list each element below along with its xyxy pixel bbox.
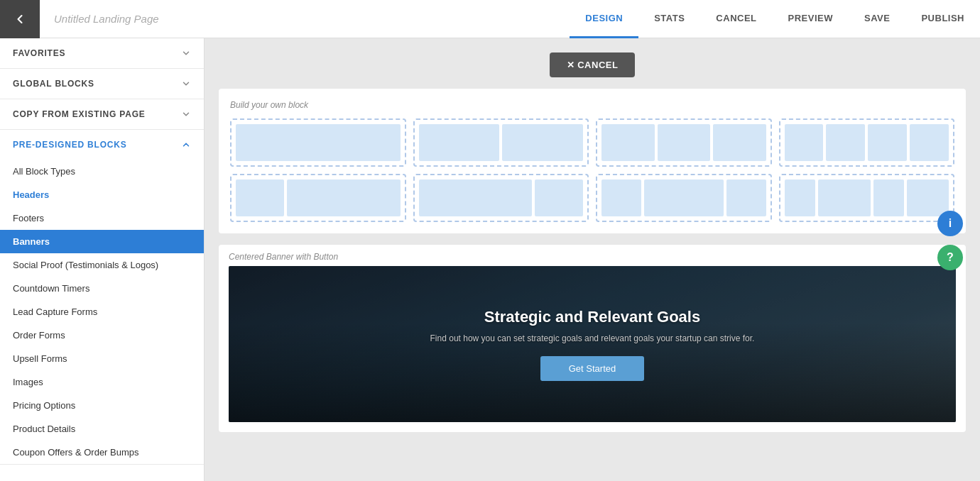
preview-title: Strategic and Relevant Goals <box>430 308 755 326</box>
block-col <box>910 124 949 161</box>
tab-preview[interactable]: PREVIEW <box>773 0 849 38</box>
block-col <box>785 179 816 216</box>
block-card-3col-unequal[interactable] <box>596 174 772 222</box>
sidebar-item-countdown-timers[interactable]: Countdown Timers <box>0 277 204 300</box>
sidebar-section-pre-designed: PRE-DESIGNED BLOCKS All Block Types Head… <box>0 130 204 465</box>
preview-label: Centered Banner with Button <box>219 245 966 266</box>
block-col <box>826 124 865 161</box>
block-card-2col[interactable] <box>413 118 589 167</box>
build-label: Build your own block <box>230 100 954 110</box>
sidebar-section-favorites: FAVORITES <box>0 38 204 69</box>
sidebar-copy-label: COPY FROM EXISTING PAGE <box>13 109 146 119</box>
preview-content: Strategic and Relevant Goals Find out ho… <box>416 294 769 395</box>
block-card-4col-unequal[interactable] <box>779 174 955 222</box>
cancel-banner-button[interactable]: ✕ CANCEL <box>550 52 636 77</box>
sidebar-item-upsell-forms[interactable]: Upsell Forms <box>0 347 204 370</box>
sidebar-item-footers[interactable]: Footers <box>0 206 204 230</box>
block-col <box>785 124 824 161</box>
sidebar-item-order-forms[interactable]: Order Forms <box>0 324 204 347</box>
cancel-banner: ✕ CANCEL <box>219 52 966 77</box>
block-card-1col[interactable] <box>230 118 406 167</box>
block-col <box>644 179 724 216</box>
block-col <box>713 124 766 161</box>
block-col <box>236 179 284 216</box>
build-block-section: Build your own block <box>219 89 966 233</box>
sidebar-favorites-label: FAVORITES <box>13 48 65 58</box>
sidebar-item-social-proof[interactable]: Social Proof (Testimonials & Logos) <box>0 253 204 277</box>
block-col <box>873 179 905 216</box>
tab-publish[interactable]: PUBLISH <box>905 0 980 38</box>
block-col <box>601 124 655 161</box>
floating-icons: i ? <box>937 211 963 270</box>
block-col <box>658 124 711 161</box>
sidebar-item-headers[interactable]: Headers <box>0 183 204 206</box>
preview-section: Centered Banner with Button Strategic an… <box>219 245 966 432</box>
sidebar-section-copy: COPY FROM EXISTING PAGE <box>0 99 204 130</box>
sidebar-section-pre-designed-header[interactable]: PRE-DESIGNED BLOCKS <box>0 130 204 160</box>
block-col <box>419 124 500 161</box>
block-col <box>818 179 870 216</box>
sidebar-pre-designed-label: PRE-DESIGNED BLOCKS <box>13 140 127 150</box>
block-col <box>535 179 583 216</box>
back-button[interactable] <box>0 0 40 38</box>
block-col <box>601 179 641 216</box>
sidebar-section-favorites-header[interactable]: FAVORITES <box>0 38 204 68</box>
sidebar-section-global-blocks-header[interactable]: GLOBAL BLOCKS <box>0 69 204 99</box>
main-layout: FAVORITES GLOBAL BLOCKS COPY FROM EXISTI… <box>0 38 980 481</box>
page-title: Untitled Landing Page <box>40 13 570 25</box>
sidebar-item-product-details[interactable]: Product Details <box>0 417 204 441</box>
sidebar-item-pricing-options[interactable]: Pricing Options <box>0 394 204 417</box>
nav-tabs: DESIGN STATS CANCEL PREVIEW SAVE PUBLISH <box>570 0 980 38</box>
block-card-3col[interactable] <box>596 118 772 167</box>
help-icon-circle[interactable]: ? <box>937 245 963 270</box>
block-col <box>419 179 532 216</box>
block-card-4col[interactable] <box>779 118 955 167</box>
content-area: ✕ CANCEL Build your own block <box>205 38 980 481</box>
sidebar-item-lead-capture-forms[interactable]: Lead Capture Forms <box>0 300 204 324</box>
tab-save[interactable]: SAVE <box>849 0 905 38</box>
block-col <box>868 124 907 161</box>
block-col <box>236 124 401 161</box>
tab-cancel[interactable]: CANCEL <box>700 0 772 38</box>
tab-stats[interactable]: STATS <box>638 0 700 38</box>
block-col <box>502 124 583 161</box>
sidebar-section-copy-header[interactable]: COPY FROM EXISTING PAGE <box>0 99 204 129</box>
preview-subtitle: Find out how you can set strategic goals… <box>430 333 755 343</box>
block-grid-row1 <box>230 118 954 222</box>
preview-get-started-button[interactable]: Get Started <box>540 356 644 381</box>
preview-image: Strategic and Relevant Goals Find out ho… <box>229 266 956 422</box>
sidebar-item-banners[interactable]: Banners <box>0 230 204 253</box>
block-card-2col-unequal-rev[interactable] <box>413 174 589 222</box>
info-icon-circle[interactable]: i <box>937 211 963 236</box>
sidebar-item-images[interactable]: Images <box>0 370 204 394</box>
sidebar-item-all-block-types[interactable]: All Block Types <box>0 160 204 183</box>
block-card-2col-unequal[interactable] <box>230 174 406 222</box>
tab-design[interactable]: DESIGN <box>570 0 638 38</box>
sidebar: FAVORITES GLOBAL BLOCKS COPY FROM EXISTI… <box>0 38 205 481</box>
block-col <box>287 179 400 216</box>
sidebar-global-blocks-label: GLOBAL BLOCKS <box>13 79 94 89</box>
sidebar-section-global-blocks: GLOBAL BLOCKS <box>0 69 204 99</box>
block-col <box>726 179 766 216</box>
top-bar: Untitled Landing Page DESIGN STATS CANCE… <box>0 0 980 38</box>
sidebar-item-coupon-offers[interactable]: Coupon Offers & Order Bumps <box>0 441 204 464</box>
